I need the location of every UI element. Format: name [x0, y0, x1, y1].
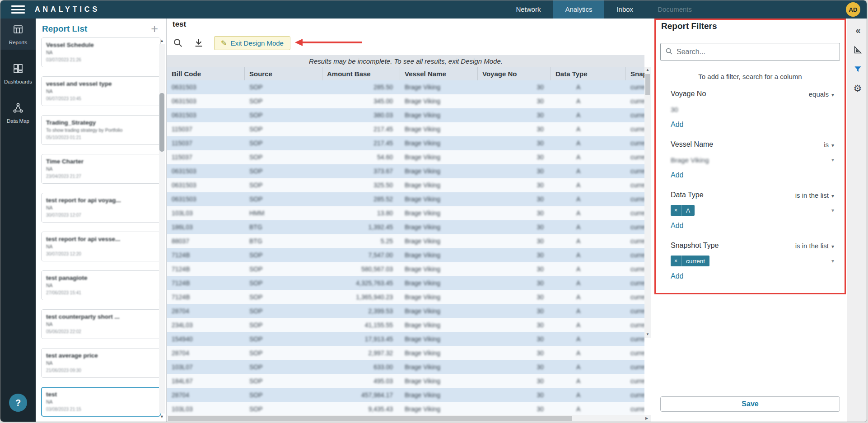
add-report-button[interactable]: + — [151, 24, 158, 33]
table-cell-value: 54.60 — [377, 153, 393, 161]
filter-value-select[interactable]: Brage Viking — [671, 156, 709, 164]
column-header-snapshot-type[interactable]: Snapshot Type — [626, 67, 644, 80]
column-header-amount-base[interactable]: Amount Base — [322, 67, 400, 80]
vertical-scroll-thumb[interactable] — [645, 74, 650, 95]
table-row[interactable]: 7124BSOP7,547.00Brage Viking30Acurrent — [167, 248, 644, 262]
horizontal-scroll-thumb[interactable] — [168, 416, 572, 421]
table-vertical-scrollbar[interactable]: ▲ ▼ — [644, 67, 651, 338]
tab-analytics[interactable]: Analytics — [553, 0, 604, 19]
table-row[interactable]: 115037SOP217.45Brage Viking30Acurrent — [167, 136, 644, 150]
table-row[interactable]: 186L03BTG1,392.45Brage Viking30Acurrent — [167, 220, 644, 234]
report-card[interactable]: Vessel ScheduleNA03/07/2023 21:26 — [41, 37, 161, 67]
help-button[interactable]: ? — [9, 394, 27, 412]
table-cell-value: 30 — [537, 181, 544, 189]
scroll-down-icon[interactable]: ▼ — [159, 414, 165, 419]
scroll-up-icon[interactable]: ▲ — [644, 67, 651, 73]
sidebar-item-dashboards[interactable]: Dashboards — [0, 58, 36, 89]
table-cell-value: Brage Viking — [405, 126, 440, 133]
add-filter-value-link[interactable]: Add — [671, 121, 683, 129]
table-row[interactable]: 0631503SOP380.03Brage Viking30Acurrent — [167, 108, 644, 122]
chevron-down-icon[interactable]: ▾ — [831, 207, 834, 214]
filter-value-input[interactable]: 30 — [671, 106, 678, 113]
column-header-source[interactable]: Source — [245, 67, 322, 80]
table-cell-value: 345.00 — [373, 98, 393, 105]
remove-chip-icon[interactable]: × — [671, 256, 681, 266]
table-row[interactable]: 184L67SOP495.03Brage Viking30Acurrent — [167, 374, 644, 388]
filter-operator-dropdown[interactable]: is in the list▾ — [795, 191, 834, 199]
report-card[interactable]: test panagioteNA27/06/2023 15:41 — [41, 270, 161, 300]
table-cell: 30 — [478, 80, 551, 94]
table-row[interactable]: 0631503SOP285.50Brage Viking30Acurrent — [167, 80, 644, 94]
collapse-panel-icon[interactable]: « — [847, 23, 867, 38]
table-row[interactable]: 28704SOP2,997.32Brage Viking30Acurrent — [167, 346, 644, 360]
table-row[interactable]: 154940SOP17,913.45Brage Viking30Acurrent — [167, 332, 644, 346]
table-row[interactable]: 115037SOP54.60Brage Viking30Acurrent — [167, 150, 644, 164]
table-cell: Brage Viking — [400, 388, 478, 402]
table-cell-value: current — [630, 265, 644, 273]
chevron-down-icon[interactable]: ▾ — [831, 157, 834, 163]
tab-inbox[interactable]: Inbox — [604, 0, 645, 19]
tab-documents[interactable]: Documents — [645, 0, 704, 19]
table-cell: SOP — [245, 248, 322, 262]
report-card[interactable]: test counterparty short ...NA05/06/2023 … — [41, 309, 161, 339]
table-row[interactable]: 103L03SOP9,435.43Brage Viking30Acurrent — [167, 402, 644, 415]
table-row[interactable]: 0631503SOP325.50Brage Viking30Acurrent — [167, 178, 644, 192]
menu-icon[interactable] — [11, 5, 25, 14]
scroll-down-icon[interactable]: ▼ — [644, 331, 651, 338]
table-horizontal-scrollbar[interactable]: ▶ — [167, 415, 651, 422]
report-card[interactable]: Time CharterNA23/04/2023 21:27 — [41, 154, 161, 184]
report-card[interactable]: test report for api voyag...NA30/07/2023… — [41, 193, 161, 223]
avatar[interactable]: AD — [846, 2, 860, 17]
filter-icon[interactable] — [847, 61, 867, 77]
table-row[interactable]: 0631503SOP373.67Brage Viking30Acurrent — [167, 164, 644, 178]
report-card[interactable]: testNA03/08/2023 21:15 — [41, 387, 161, 417]
table-row[interactable]: 0631503SOP285.52Brage Viking30Acurrent — [167, 192, 644, 206]
add-filter-value-link[interactable]: Add — [671, 272, 683, 280]
report-list-scrollbar[interactable] — [159, 93, 164, 152]
table-row[interactable]: 7124BSOP580,567.03Brage Viking30Acurrent — [167, 262, 644, 276]
gear-icon[interactable]: ⚙ — [847, 81, 867, 96]
add-filter-value-link[interactable]: Add — [671, 171, 683, 179]
table-row[interactable]: 103L07SOP633.00Brage Viking30Acurrent — [167, 360, 644, 374]
search-icon[interactable] — [173, 37, 183, 48]
report-card-title: test — [46, 391, 156, 398]
table-row[interactable]: 7124BSOP4,325,763.45Brage Viking30Acurre… — [167, 276, 644, 290]
table-row[interactable]: 88037BTG5.25Brage Viking30Acurrent — [167, 234, 644, 248]
report-card-subtitle: To show trading strategy by Portfolio — [46, 127, 156, 133]
table-row[interactable]: 28704SOP457,984.17Brage Viking30Acurrent — [167, 388, 644, 402]
sidebar-item-data-map[interactable]: Data Map — [0, 97, 36, 128]
set-square-icon[interactable] — [847, 42, 867, 57]
table-cell-value: A — [576, 139, 580, 147]
report-card[interactable]: vessel and vessel typeNA06/07/2023 10:45 — [41, 76, 161, 106]
table-row[interactable]: 103L03HMM13.80Brage Viking30Acurrent — [167, 206, 644, 220]
add-filter-value-link[interactable]: Add — [671, 222, 683, 230]
table-row[interactable]: 0631503SOP345.00Brage Viking30Acurrent — [167, 94, 644, 108]
column-header-voyage-no[interactable]: Voyage No — [478, 67, 551, 80]
filter-operator-dropdown[interactable]: equals▾ — [809, 90, 834, 98]
scroll-right-icon[interactable]: ▶ — [644, 415, 650, 422]
column-header-vessel-name[interactable]: Vessel Name — [400, 67, 478, 80]
scroll-up-icon[interactable]: ▲ — [159, 38, 165, 43]
download-icon[interactable] — [193, 37, 204, 48]
report-card-title: Vessel Schedule — [46, 42, 156, 48]
chevron-down-icon[interactable]: ▾ — [831, 258, 834, 264]
report-card[interactable]: Trading_StrategyTo show trading strategy… — [41, 115, 161, 145]
remove-chip-icon[interactable]: × — [671, 205, 681, 216]
tab-network[interactable]: Network — [504, 0, 553, 19]
report-card[interactable]: test average priceNA21/06/2023 09:30 — [41, 348, 161, 378]
report-card[interactable]: test report for api vesse...NA30/07/2023… — [41, 232, 161, 261]
sidebar-item-reports[interactable]: Reports — [0, 19, 36, 50]
filter-search-input[interactable] — [677, 48, 835, 56]
table-cell-value: 30 — [537, 321, 544, 329]
filter-operator-dropdown[interactable]: is in the list▾ — [795, 242, 834, 250]
filter-operator-dropdown[interactable]: is▾ — [824, 141, 834, 149]
table-cell: 30 — [478, 304, 551, 318]
column-header-bill-code[interactable]: Bill Code — [167, 67, 245, 80]
table-row[interactable]: 115037SOP217.45Brage Viking30Acurrent — [167, 122, 644, 136]
exit-design-mode-button[interactable]: ✎ Exit Design Mode — [214, 36, 290, 50]
table-row[interactable]: 234L03SOP41,155.55Brage Viking30Acurrent — [167, 318, 644, 332]
table-row[interactable]: 28704SOP2,399.53Brage Viking30Acurrent — [167, 304, 644, 318]
table-row[interactable]: 7124BSOP1,365,940.23Brage Viking30Acurre… — [167, 290, 644, 304]
column-header-data-type[interactable]: Data Type — [551, 67, 626, 80]
save-button[interactable]: Save — [660, 396, 840, 412]
